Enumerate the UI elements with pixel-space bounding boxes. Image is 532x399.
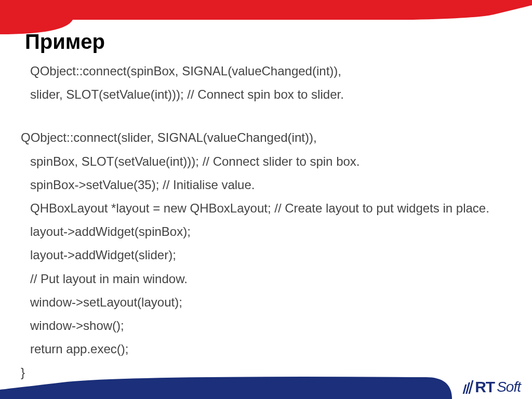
code-line: layout->addWidget(slider); [21, 245, 499, 264]
code-line: layout->addWidget(spinBox); [21, 222, 499, 241]
code-line: slider, SLOT(setValue(int))); // Connect… [21, 85, 499, 104]
blank-line [21, 108, 499, 124]
logo-stripes-icon [464, 380, 472, 394]
code-line: QHBoxLayout *layout = new QHBoxLayout; /… [21, 198, 499, 218]
code-line: return app.exec(); [21, 339, 499, 358]
slide-title: Пример [25, 30, 105, 54]
rtsoft-logo: RTSoft [464, 378, 521, 396]
code-line: spinBox, SLOT(setValue(int))); // Connec… [21, 152, 499, 171]
code-block: QObject::connect(spinBox, SIGNAL(valueCh… [21, 61, 499, 386]
logo-text-rt: RT [475, 378, 495, 396]
code-line: } [21, 363, 499, 382]
code-line: spinBox->setValue(35); // Initialise val… [21, 175, 499, 194]
code-line: // Put layout in main window. [21, 269, 499, 288]
logo-text-soft: Soft [497, 379, 521, 395]
top-red-banner [0, 0, 532, 20]
code-line: QObject::connect(spinBox, SIGNAL(valueCh… [21, 61, 499, 81]
code-line: QObject::connect(slider, SIGNAL(valueCha… [21, 128, 499, 147]
code-line: window->show(); [21, 316, 499, 335]
code-line: window->setLayout(layout); [21, 292, 499, 312]
